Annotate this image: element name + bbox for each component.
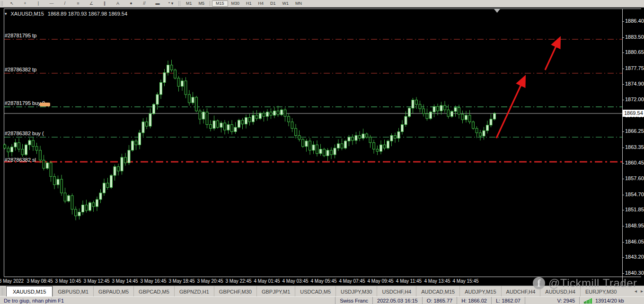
chart-tab-audjpy-m15[interactable]: AUDJPY,M15 (459, 286, 501, 297)
price-axis-tick: 1863.35 (625, 144, 643, 150)
chart-tab-gbpcad-m5[interactable]: GBPCAD,M5 (133, 286, 174, 297)
timeframe-button-mn[interactable]: MN (292, 1, 305, 6)
chart-tab-gbpusd-m1[interactable]: GBPUSD,M1 (53, 286, 93, 297)
chart-tab-audchf-h4[interactable]: AUDCHF,H4 (501, 286, 540, 297)
chart-tab-gbpjpy-m1[interactable]: GBPJPY,M1 (256, 286, 295, 297)
bull-candle (454, 108, 457, 112)
bull-candle (465, 115, 468, 120)
vertical-line-icon[interactable]: | (32, 0, 45, 7)
chart-tab-gbpnzd-h1[interactable]: GBPNZD,H1 (174, 286, 214, 297)
trend-arrow-2[interactable] (545, 40, 559, 70)
timeframe-button-h4[interactable]: H4 (255, 1, 267, 6)
chart-tab-audcad-m15[interactable]: AUDCAD,M15 (416, 286, 459, 297)
angle-tool-icon[interactable]: ∠ (85, 0, 98, 7)
timeframe-button-w1[interactable]: W1 (279, 1, 292, 6)
bull-candle (227, 125, 229, 130)
buy-line-2-label[interactable]: #28786382 buy ( (5, 130, 44, 136)
time-axis-tick: 4 May 13:45 (424, 278, 450, 284)
trendline-icon[interactable]: / (58, 0, 71, 7)
price-chart[interactable] (0, 7, 644, 286)
bull-candle (132, 141, 134, 150)
bull-candle (490, 119, 492, 125)
bear-candle (263, 113, 265, 116)
arrows-dropdown-icon[interactable]: * ▾ (164, 0, 177, 7)
chart-tab-usdcad-m5[interactable]: USDCAD,M5 (295, 286, 335, 297)
bear-candle (117, 167, 120, 171)
timeframe-button-m5[interactable]: M5 (195, 1, 208, 6)
bull-candle (387, 141, 389, 148)
price-axis-tick: 1866.25 (625, 128, 643, 134)
bear-candle (4, 145, 6, 148)
bear-candle (92, 203, 95, 207)
fibonacci-icon[interactable]: ≡ (71, 0, 85, 7)
trend-arrow-1[interactable] (496, 79, 524, 138)
crosshair-icon[interactable]: + (18, 0, 32, 7)
bear-candle (472, 122, 475, 129)
bull-candle (337, 144, 340, 148)
cursor-icon[interactable]: ↖ (5, 0, 18, 7)
bull-candle (348, 137, 350, 141)
bull-candle (192, 97, 194, 103)
bear-candle (288, 116, 290, 122)
mt4-terminal-window: ↖+|—/≡∠∥A●//▬* ▾ M1M5M15M30H1H4D1W1MN ▾ … (0, 0, 644, 304)
chart-tab-gbpchf-m30[interactable]: GBPCHF,M30 (214, 286, 256, 297)
chart-tab-usdjpy-m30[interactable]: USDJPY,M30 (335, 286, 377, 297)
bull-candle (362, 134, 364, 138)
timeframe-button-h1[interactable]: H1 (243, 1, 255, 6)
tabbar-grip[interactable] (1, 287, 4, 295)
bull-candle (252, 115, 255, 122)
bull-candle (128, 150, 130, 163)
chart-tab-gbpaud-m5[interactable]: GBPAUD,M5 (93, 286, 133, 297)
status-symbol-name: Swiss Franc (335, 297, 372, 304)
toolbar-grip-2[interactable] (178, 1, 181, 6)
price-axis-tick: 1857.60 (625, 175, 643, 181)
ellipse-icon[interactable]: ● (124, 0, 138, 7)
chart-tab-eurjpy-m30[interactable]: EURJPY,M30 (580, 286, 621, 297)
bear-candle (177, 78, 180, 86)
chart-tab-usdchf-h4[interactable]: USDCHF,H4 (377, 286, 416, 297)
time-axis-tick: 3 May 10:45 (55, 278, 81, 284)
bull-candle (14, 143, 17, 147)
channel-icon[interactable]: ∥ (98, 0, 111, 7)
scroll-to-end-icon[interactable] (494, 9, 500, 13)
text-icon[interactable]: A (111, 0, 124, 7)
tab-scroll-right-icon[interactable]: ▸ (641, 288, 643, 294)
bull-candle (245, 117, 247, 124)
horizontal-line-icon[interactable]: — (45, 0, 58, 7)
parallel-lines-icon[interactable]: // (138, 0, 151, 7)
bear-candle (231, 125, 233, 132)
buy-line-1-label[interactable]: #28781795 buy 0 (5, 100, 45, 106)
bull-candle (121, 157, 123, 171)
bear-candle (50, 163, 52, 176)
tp-line-2-label[interactable]: #28786382 tp (5, 67, 36, 72)
sl-line-label[interactable]: #28786382 sl (5, 157, 36, 163)
bear-candle (458, 108, 460, 114)
bull-candle (46, 163, 49, 168)
bull-candle (234, 127, 237, 131)
toolbar-grip[interactable] (1, 1, 4, 6)
tab-scroll-left-icon[interactable]: ◂ (635, 288, 637, 294)
bull-candle (220, 123, 222, 127)
timeframe-button-m30[interactable]: M30 (228, 1, 243, 6)
highlight-smudge (40, 103, 50, 106)
bear-candle (298, 136, 300, 139)
timeframe-button-m15[interactable]: M15 (212, 0, 228, 7)
time-axis-tick: 4 May 07:45 (339, 278, 365, 284)
chart-tab-audusd-h4[interactable]: AUDUSD,H4 (540, 286, 580, 297)
bear-candle (199, 111, 201, 119)
timeframe-toolbar: M1M5M15M30H1H4D1W1MN (183, 0, 305, 7)
chart-tab-xauusd-m15[interactable]: XAUUSD,M15 (6, 286, 53, 297)
bear-candle (43, 160, 45, 168)
bull-candle (433, 106, 435, 112)
rectangle-icon[interactable]: ▬ (151, 0, 164, 7)
chevron-down-icon[interactable]: ▾ (5, 11, 7, 16)
bull-candle (96, 200, 98, 207)
bull-candle (203, 112, 205, 119)
price-axis-tick: 1854.70 (625, 191, 643, 197)
tp-line-1-label[interactable]: #28781795 tp (5, 33, 36, 38)
timeframe-button-d1[interactable]: D1 (267, 1, 279, 6)
bear-candle (39, 150, 42, 160)
timeframe-button-m1[interactable]: M1 (183, 1, 195, 6)
bull-candle (11, 147, 13, 152)
price-axis-tick: 1877.75 (625, 65, 643, 71)
